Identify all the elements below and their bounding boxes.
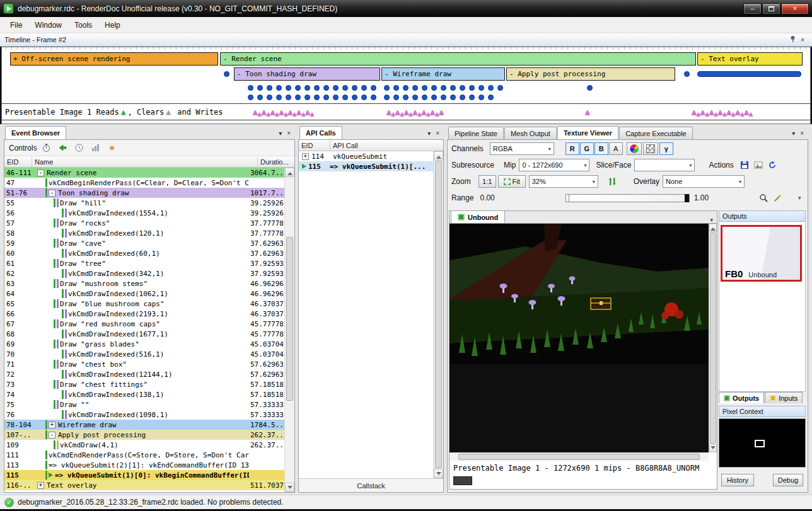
event-row[interactable]: 67Draw "red mushroom caps"45.77778 [4,319,284,329]
callstack-section[interactable]: Callstack [299,478,443,492]
draw-call-pip[interactable] [587,85,593,91]
draw-call-pip[interactable] [412,95,418,100]
event-row[interactable]: 68vkCmdDrawIndexed(1677,1)45.77778 [4,329,284,339]
scroll-thumb[interactable] [286,237,293,401]
red-channel-button[interactable]: R [566,142,579,155]
draw-call-pip[interactable] [431,85,437,91]
event-row[interactable]: 57Draw "rocks"37.77778 [4,218,284,228]
tab-event-browser[interactable]: Event Browser [5,126,66,139]
draw-call-pip[interactable] [304,95,310,100]
draw-call-pip[interactable] [469,85,475,91]
scroll-up-arrow[interactable] [434,151,443,161]
tab-api-calls[interactable]: API Calls [299,126,342,139]
draw-call-pip[interactable] [361,95,367,100]
event-row[interactable]: 69Draw "grass blades"45.03704 [4,339,284,349]
mip-dropdown[interactable]: 0 - 1272x690▾ [519,159,589,171]
draw-call-pip[interactable] [488,85,494,91]
event-row[interactable]: 66vkCmdDrawIndexed(2193,1)46.37037 [4,309,284,319]
draw-call-pip[interactable] [460,85,465,91]
event-row[interactable]: 71Draw "chest box"57.62963 [4,359,284,369]
draw-call-pip[interactable] [248,85,253,91]
chevron-down-icon[interactable]: ▾ [279,130,282,137]
draw-call-pip[interactable] [478,85,484,91]
tab-unbound-texture[interactable]: Unbound [451,210,505,223]
event-row[interactable]: 74vkCmdDrawIndexed(138,1)57.18518 [4,389,284,399]
draw-call-pip[interactable] [314,85,320,91]
draw-call-pip[interactable] [286,85,291,91]
close-button[interactable]: × [781,3,809,14]
column-eid[interactable]: EID [4,156,32,167]
draw-call-pip[interactable] [286,95,291,100]
scroll-thumb[interactable] [458,454,700,460]
event-row[interactable]: 47vkCmdBeginRenderPass(C=Clear, D=Clear,… [4,178,284,188]
draw-call-pip[interactable] [412,85,418,91]
scroll-thumb[interactable] [710,233,716,444]
draw-call-pip[interactable] [450,85,456,91]
column-api-call[interactable]: API Call [330,140,443,151]
draw-call-pip[interactable] [257,85,263,91]
draw-call-pip[interactable] [314,95,320,100]
event-row[interactable]: 65Draw "blue mushroom caps"46.37037 [4,299,284,309]
event-row[interactable]: 78-104+Wireframe draw1784.5... [4,420,284,430]
zoom-fit-button[interactable]: Fit [498,175,526,188]
timeline-marker-bar[interactable]: + Off-screen scene rendering [10,52,218,66]
scroll-thumb[interactable] [435,161,442,468]
draw-call-pip[interactable] [257,95,263,100]
timeline-marker-bar[interactable]: - Wireframe draw [381,67,505,81]
range-slider[interactable] [566,194,690,202]
history-button[interactable]: History [721,474,754,486]
draw-call-pip[interactable] [371,95,376,100]
draw-call-pip[interactable] [441,95,446,100]
draw-call-pip[interactable] [295,85,301,91]
chevron-down-icon[interactable]: ▾ [792,130,795,137]
event-row[interactable]: 63Draw "mushroom stems"46.96296 [4,278,284,289]
draw-call-pip[interactable] [276,85,282,91]
column-duration[interactable]: Duratio... [258,156,294,167]
timeline-marker-bar[interactable]: - Toon shading draw [234,67,380,81]
event-row[interactable]: 46-111-Render scene3064.7... [4,168,284,178]
draw-call-pip[interactable] [488,95,494,100]
scroll-up-arrow[interactable] [709,224,717,232]
event-row[interactable]: 51-76-Toon shading draw1017.7... [4,188,284,198]
scroll-up-arrow[interactable] [285,168,294,177]
tab-capture-executable[interactable]: Capture Executable [619,127,693,139]
draw-call-pip[interactable] [478,95,484,100]
expand-toggle[interactable]: + [37,482,44,489]
draw-call-pip[interactable] [393,95,399,100]
event-browser-scrollbar[interactable] [284,168,294,492]
tab-texture-viewer[interactable]: Texture Viewer [557,126,618,139]
maximize-button[interactable] [762,3,780,14]
draw-call-pip[interactable] [460,95,465,100]
expand-toggle[interactable]: + [49,422,55,428]
close-icon[interactable]: × [800,130,804,137]
expand-toggle[interactable]: - [37,169,44,176]
event-activity-bar[interactable] [697,71,801,77]
draw-call-pip[interactable] [267,85,272,91]
expand-toggle[interactable]: - [49,432,55,439]
column-name[interactable]: Name [32,156,258,167]
range-white-point-handle[interactable] [685,194,689,202]
event-row[interactable]: 58vkCmdDrawIndexed(120,1)37.77778 [4,228,284,238]
api-call-row[interactable]: + 114 vkQueueSubmit [299,151,433,161]
menu-window[interactable]: Window [28,18,68,32]
draw-call-pip[interactable] [422,85,427,91]
draw-call-pip[interactable] [352,95,357,100]
close-panel-icon[interactable]: × [798,35,808,44]
write-marker-group[interactable]: ▲ [585,107,590,117]
flip-y-button[interactable] [606,175,620,188]
event-row[interactable]: 76vkCmdDrawIndexed(1098,1)57.33333 [4,410,284,420]
tab-pipeline-state[interactable]: Pipeline State [448,127,504,139]
event-row[interactable]: 73Draw "chest fittings"57.18518 [4,379,284,389]
event-row[interactable]: 56vkCmdDrawIndexed(1554,1)39.25926 [4,208,284,218]
event-row[interactable]: 107-...-Apply post processing262.37... [4,430,284,440]
draw-call-pip[interactable] [403,85,409,91]
chevron-down-icon[interactable]: ▾ [427,130,431,137]
event-row[interactable]: 61Draw "tree"37.92593 [4,258,284,268]
api-call-row-selected[interactable]: 115 => vkQueueSubmit(1)[... [299,161,433,171]
timeline-marker-bar[interactable]: - Text overlay [697,52,803,66]
draw-call-pip[interactable] [224,71,229,77]
texture-horizontal-scrollbar[interactable] [450,452,709,461]
event-row[interactable]: 109vkCmdDraw(4,1)262.37... [4,440,284,450]
expand-icon[interactable]: + [302,153,309,160]
clock-button[interactable] [72,142,86,154]
